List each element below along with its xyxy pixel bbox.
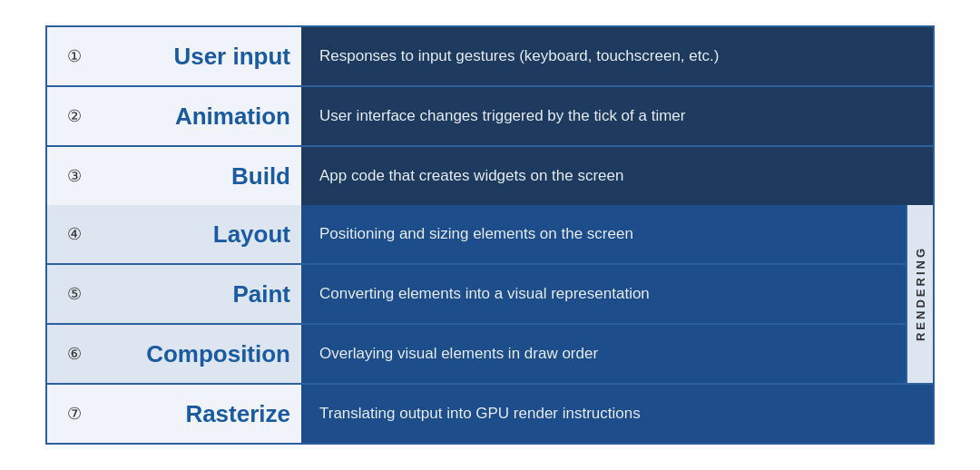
row-label: Build: [102, 147, 301, 205]
row-number: ③: [47, 147, 102, 205]
group-bottom: ⑦ Rasterize Translating output into GPU …: [47, 385, 933, 443]
table-row: ④ Layout Positioning and sizing elements…: [47, 205, 906, 265]
row-label: User input: [102, 27, 301, 85]
group-top: ① User input Responses to input gestures…: [47, 27, 933, 205]
row-label: Rasterize: [102, 385, 301, 443]
table-row: ① User input Responses to input gestures…: [47, 27, 933, 87]
row-label: Composition: [102, 325, 301, 383]
table-row: ② Animation User interface changes trigg…: [47, 87, 933, 147]
row-number: ⑦: [47, 385, 102, 443]
row-description: Converting elements into a visual repres…: [301, 265, 906, 323]
row-number: ⑥: [47, 325, 102, 383]
pipeline-table: ① User input Responses to input gestures…: [45, 25, 935, 445]
row-number: ④: [47, 205, 102, 263]
table-row: ⑥ Composition Overlaying visual elements…: [47, 325, 906, 383]
table-row: ⑤ Paint Converting elements into a visua…: [47, 265, 906, 325]
row-description: App code that creates widgets on the scr…: [301, 147, 933, 205]
rendering-section: ④ Layout Positioning and sizing elements…: [47, 205, 933, 385]
row-number: ①: [47, 27, 102, 85]
table-row: ⑦ Rasterize Translating output into GPU …: [47, 385, 933, 443]
row-description: Responses to input gestures (keyboard, t…: [301, 27, 933, 85]
row-number: ⑤: [47, 265, 102, 323]
row-number: ②: [47, 87, 102, 145]
row-label: Layout: [102, 205, 301, 263]
table-row: ③ Build App code that creates widgets on…: [47, 147, 933, 205]
row-label: Animation: [102, 87, 301, 145]
rendering-side-label: RENDERING: [906, 205, 933, 383]
row-label: Paint: [102, 265, 301, 323]
row-description: User interface changes triggered by the …: [301, 87, 933, 145]
row-description: Overlaying visual elements in draw order: [301, 325, 906, 383]
rendering-rows: ④ Layout Positioning and sizing elements…: [47, 205, 906, 383]
row-description: Positioning and sizing elements on the s…: [301, 205, 906, 263]
row-description: Translating output into GPU render instr…: [301, 385, 933, 443]
